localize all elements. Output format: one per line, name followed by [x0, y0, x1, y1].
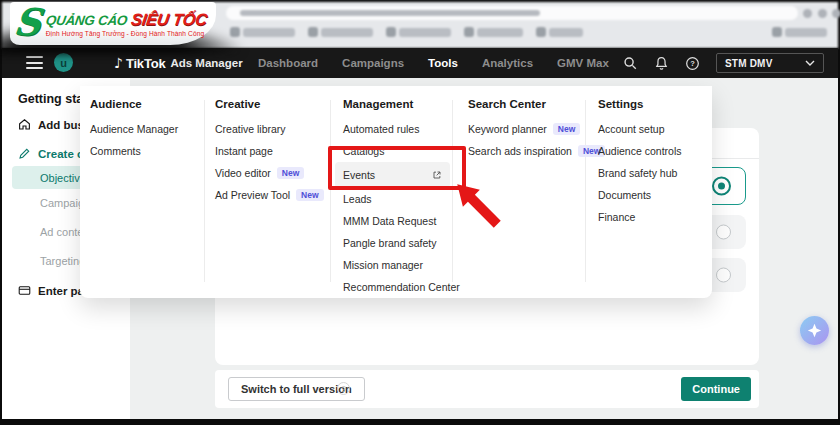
bookmark-item[interactable]: [549, 28, 583, 37]
help-icon[interactable]: ?: [685, 56, 700, 71]
bookmark-item[interactable]: [321, 28, 373, 37]
pencil-icon: [18, 147, 31, 160]
nav-item-gmv-max[interactable]: GMV Max: [557, 57, 609, 69]
menu-item-mission-manager[interactable]: Mission manager: [343, 254, 460, 276]
menu-item-mmm-data-request[interactable]: MMM Data Request: [343, 210, 460, 232]
menu-column-settings: Settings Account setup Audience controls…: [598, 92, 681, 228]
radio-unselected-icon[interactable]: [716, 268, 731, 283]
menu-item-brand-safety-hub[interactable]: Brand safety hub: [598, 162, 681, 184]
new-badge: New: [277, 167, 304, 179]
primary-nav: Dashboard Campaigns Tools Analytics GMV …: [258, 48, 609, 78]
tiktok-ads-manager-logo[interactable]: ♪ TikTok Ads Manager: [114, 48, 243, 78]
menu-column-management: Management Automated rules Catalogs Even…: [343, 92, 460, 298]
account-selector-dropdown[interactable]: STM DMV: [716, 53, 824, 73]
menu-column-creative: Creative Creative library Instant page V…: [215, 92, 324, 206]
menu-item-search-ads-inspiration[interactable]: Search ads inspiration New: [468, 140, 605, 162]
payment-card-icon: [18, 284, 31, 297]
bookmark-favicon: [308, 27, 318, 37]
menu-item-catalogs[interactable]: Catalogs: [343, 140, 460, 162]
radio-unselected-icon[interactable]: [716, 225, 731, 240]
notifications-bell-icon[interactable]: [654, 56, 669, 71]
user-avatar[interactable]: u: [54, 53, 73, 72]
navbar-right: ? STM DMV: [623, 48, 824, 78]
browser-menu-icon[interactable]: [832, 9, 840, 18]
radio-selected-icon[interactable]: [712, 177, 731, 196]
bookmarks-folder-icon[interactable]: [772, 27, 782, 37]
menu-item-keyword-planner[interactable]: Keyword planner New: [468, 118, 605, 140]
menu-column-header: Settings: [598, 92, 681, 116]
chevron-down-icon: [805, 60, 815, 66]
sparkle-icon: [806, 322, 823, 339]
menu-item-label: Events: [343, 169, 375, 181]
nav-item-analytics[interactable]: Analytics: [482, 57, 533, 69]
menu-item-label: Ad Preview Tool: [215, 189, 290, 201]
browser-url-blur: [240, 10, 540, 16]
menu-item-audience-controls[interactable]: Audience controls: [598, 140, 681, 162]
browser-profile-icon[interactable]: [818, 9, 827, 18]
tiktok-note-icon: ♪: [114, 55, 123, 71]
menu-item-audience-manager[interactable]: Audience Manager: [90, 118, 178, 140]
menu-column-header: Search Center: [468, 92, 605, 116]
workspace: Getting started Add business in Create c…: [2, 78, 838, 419]
new-badge: New: [296, 189, 323, 201]
bookmark-favicon: [536, 27, 546, 37]
menu-item-comments[interactable]: Comments: [90, 140, 178, 162]
menu-item-label: Search ads inspiration: [468, 145, 572, 157]
browser-chrome: [2, 2, 838, 48]
screenshot-frame: u ♪ TikTok Ads Manager Dashboard Campaig…: [0, 0, 840, 425]
menu-item-creative-library[interactable]: Creative library: [215, 118, 324, 140]
home-icon: [18, 118, 31, 131]
browser-address-bar[interactable]: [226, 6, 798, 20]
menu-item-pangle-brand-safety[interactable]: Pangle brand safety: [343, 232, 460, 254]
red-annotation-arrow: [452, 182, 506, 232]
brand-name: TikTok: [126, 56, 166, 71]
menu-item-account-setup[interactable]: Account setup: [598, 118, 681, 140]
menu-column-search-center: Search Center Keyword planner New Search…: [468, 92, 605, 162]
menu-item-instant-page[interactable]: Instant page: [215, 140, 324, 162]
search-icon[interactable]: [623, 56, 638, 71]
brand-suffix: Ads Manager: [170, 57, 242, 69]
bottom-border: [0, 419, 840, 425]
bookmark-item[interactable]: [399, 28, 451, 37]
menu-column-header: Creative: [215, 92, 324, 116]
bookmarks-folder-label[interactable]: [785, 28, 827, 37]
nav-item-dashboard[interactable]: Dashboard: [258, 57, 318, 69]
menu-divider: [330, 100, 331, 282]
menu-item-label: Keyword planner: [468, 123, 547, 135]
menu-column-audience: Audience Audience Manager Comments: [90, 92, 178, 162]
bookmark-favicon: [230, 27, 240, 37]
menu-item-documents[interactable]: Documents: [598, 184, 681, 206]
menu-item-label: Video editor: [215, 167, 271, 179]
menu-item-video-editor[interactable]: Video editor New: [215, 162, 324, 184]
browser-extension-icon[interactable]: [803, 9, 812, 18]
top-navbar: u ♪ TikTok Ads Manager Dashboard Campaig…: [2, 48, 838, 78]
hamburger-menu-icon[interactable]: [26, 56, 43, 69]
tools-mega-menu: Audience Audience Manager Comments Creat…: [80, 86, 712, 298]
menu-item-events-highlighted[interactable]: Events: [335, 162, 450, 188]
info-help-icon[interactable]: ?: [337, 382, 350, 395]
svg-text:?: ?: [690, 59, 695, 68]
menu-item-ad-preview-tool[interactable]: Ad Preview Tool New: [215, 184, 324, 206]
menu-column-header: Management: [343, 92, 460, 116]
nav-item-campaigns[interactable]: Campaigns: [342, 57, 404, 69]
account-name: STM DMV: [725, 58, 773, 69]
menu-divider: [204, 100, 205, 282]
menu-item-leads[interactable]: Leads: [343, 188, 460, 210]
external-link-icon: [432, 170, 442, 180]
bookmark-favicon: [464, 27, 474, 37]
menu-item-recommendation-center[interactable]: Recommendation Center: [343, 276, 460, 298]
continue-button[interactable]: Continue: [681, 377, 751, 401]
bookmark-favicon: [386, 27, 396, 37]
menu-item-finance[interactable]: Finance: [598, 206, 681, 228]
menu-column-header: Audience: [90, 92, 178, 116]
new-badge: New: [553, 123, 580, 135]
bookmark-item[interactable]: [243, 28, 295, 37]
ai-assistant-fab[interactable]: [800, 316, 829, 345]
nav-item-tools[interactable]: Tools: [428, 57, 458, 69]
menu-item-automated-rules[interactable]: Automated rules: [343, 118, 460, 140]
bookmark-item[interactable]: [477, 28, 523, 37]
footer-action-bar: Switch to full version ? Continue: [215, 370, 759, 408]
